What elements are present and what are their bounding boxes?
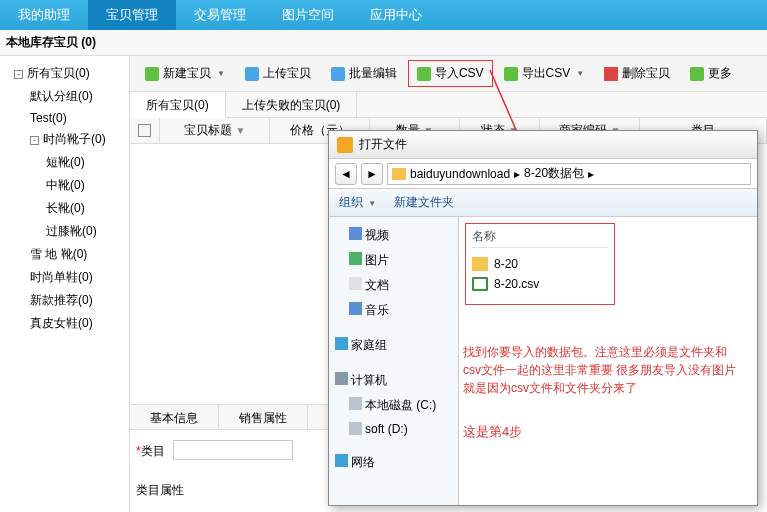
tree-test[interactable]: Test(0) [0,108,129,128]
import-csv-button[interactable]: 导入CSV [408,60,493,87]
side-network[interactable]: 网络 [335,450,452,475]
tree-mid[interactable]: 中靴(0) [0,174,129,197]
chevron-down-icon: ▼ [217,69,225,78]
filter-icon[interactable]: ▼ [236,125,246,136]
content-tabs: 所有宝贝(0) 上传失败的宝贝(0) [130,92,767,118]
address-bar[interactable]: baiduyundownload ▸ 8-20数据包 ▸ [387,163,751,185]
sub-header-title: 本地库存宝贝 (0) [6,34,96,51]
side-drive-d[interactable]: soft (D:) [335,418,452,440]
dialog-sidebar: 视频 图片 文档 音乐 家庭组 计算机 本地磁盘 (C:) soft (D:) … [329,217,459,505]
network-icon [335,454,348,467]
side-computer[interactable]: 计算机 [335,368,452,393]
nav-tab-assistant[interactable]: 我的助理 [0,0,88,30]
csv-icon [472,277,488,291]
annotation-step: 这是第4步 [463,423,522,441]
list-header-name[interactable]: 名称 [472,228,608,248]
delete-button[interactable]: 删除宝贝 [595,60,679,87]
folder-icon [472,257,488,271]
attrs-label: 类目属性 [136,483,184,497]
toolbar: 新建宝贝▼ 上传宝贝 批量编辑 导入CSV 导出CSV▼ 删除宝贝 更多 [130,56,767,92]
chevron-down-icon: ▼ [576,69,584,78]
side-homegroup[interactable]: 家庭组 [335,333,452,358]
edit-icon [331,67,345,81]
tree-all[interactable]: -所有宝贝(0) [0,62,129,85]
side-drive-c[interactable]: 本地磁盘 (C:) [335,393,452,418]
dialog-titlebar: 打开文件 [329,131,757,159]
dialog-title: 打开文件 [359,136,407,153]
export-csv-button[interactable]: 导出CSV▼ [495,60,594,87]
tab-all-products[interactable]: 所有宝贝(0) [130,92,226,118]
file-highlight-box: 名称 8-20 8-20.csv [465,223,615,305]
detail-tabs: 基本信息 销售属性 [130,404,330,430]
tree-boots[interactable]: -时尚靴子(0) [0,128,129,151]
col-title[interactable]: 宝贝标题 [184,122,232,139]
tree-new[interactable]: 新款推荐(0) [0,289,129,312]
file-folder-820[interactable]: 8-20 [472,254,608,274]
image-icon [349,252,362,265]
folder-icon [337,137,353,153]
nav-tab-apps[interactable]: 应用中心 [352,0,440,30]
tree-default[interactable]: 默认分组(0) [0,85,129,108]
upload-icon [245,67,259,81]
new-product-button[interactable]: 新建宝贝▼ [136,60,234,87]
side-video[interactable]: 视频 [335,223,452,248]
export-icon [504,67,518,81]
tree-leather[interactable]: 真皮女鞋(0) [0,312,129,335]
tree-single[interactable]: 时尚单鞋(0) [0,266,129,289]
open-file-dialog: 打开文件 ◄ ► baiduyundownload ▸ 8-20数据包 ▸ 组织… [328,130,758,506]
doc-icon [349,277,362,290]
more-icon [690,67,704,81]
computer-icon [335,372,348,385]
new-folder-button[interactable]: 新建文件夹 [394,194,454,211]
top-nav: 我的助理 宝贝管理 交易管理 图片空间 应用中心 [0,0,767,30]
tab-sale-attrs[interactable]: 销售属性 [219,405,308,429]
tree-short[interactable]: 短靴(0) [0,151,129,174]
category-input[interactable] [173,440,293,460]
batch-edit-button[interactable]: 批量编辑 [322,60,406,87]
tree-snow[interactable]: 雪 地 靴(0) [0,243,129,266]
music-icon [349,302,362,315]
annotation-text: 找到你要导入的数据包。注意这里必须是文件夹和csv文件一起的这里非常重要 很多朋… [463,343,743,397]
dialog-file-list: 名称 8-20 8-20.csv 找到你要导入的数据包。注意这里必须是文件夹和c… [459,217,757,505]
tab-basic-info[interactable]: 基本信息 [130,405,219,429]
collapse-icon[interactable]: - [14,70,23,79]
tree-long[interactable]: 长靴(0) [0,197,129,220]
nav-tab-products[interactable]: 宝贝管理 [88,0,176,30]
delete-icon [604,67,618,81]
sidebar-tree: -所有宝贝(0) 默认分组(0) Test(0) -时尚靴子(0) 短靴(0) … [0,56,130,512]
more-button[interactable]: 更多 [681,60,741,87]
collapse-icon[interactable]: - [30,136,39,145]
category-label: 类目 [141,444,165,458]
drive-icon [349,422,362,435]
homegroup-icon [335,337,348,350]
side-docs[interactable]: 文档 [335,273,452,298]
select-all-checkbox[interactable] [138,124,151,137]
form-area: *类目 类目属性 [136,440,293,512]
drive-icon [349,397,362,410]
sub-header: 本地库存宝贝 (0) [0,30,767,56]
import-icon [417,67,431,81]
side-music[interactable]: 音乐 [335,298,452,323]
upload-button[interactable]: 上传宝贝 [236,60,320,87]
organize-menu[interactable]: 组织 ▼ [339,194,376,211]
back-button[interactable]: ◄ [335,163,357,185]
nav-tab-trade[interactable]: 交易管理 [176,0,264,30]
tree-knee[interactable]: 过膝靴(0) [0,220,129,243]
dialog-toolbar: 组织 ▼ 新建文件夹 [329,189,757,217]
dialog-nav: ◄ ► baiduyundownload ▸ 8-20数据包 ▸ [329,159,757,189]
folder-icon [392,168,406,180]
plus-icon [145,67,159,81]
side-images[interactable]: 图片 [335,248,452,273]
forward-button[interactable]: ► [361,163,383,185]
video-icon [349,227,362,240]
tab-failed-uploads[interactable]: 上传失败的宝贝(0) [226,92,358,117]
file-csv-820[interactable]: 8-20.csv [472,274,608,294]
nav-tab-images[interactable]: 图片空间 [264,0,352,30]
